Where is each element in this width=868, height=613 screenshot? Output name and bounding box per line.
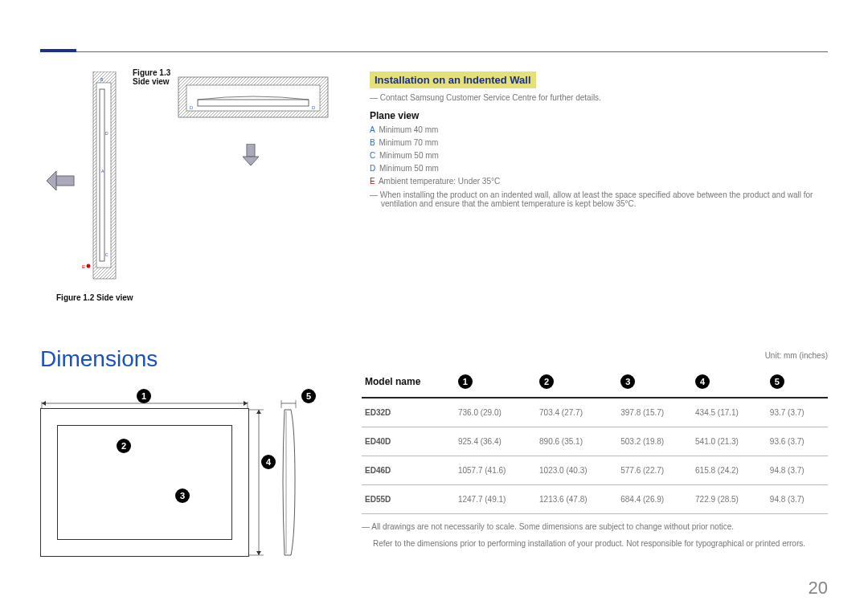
spec-a-val: Minimum 40 mm	[379, 125, 438, 134]
c2-cell: 1023.0 (40.3)	[536, 456, 617, 485]
spec-e: E Ambient temperature: Under 35°C	[370, 177, 828, 186]
svg-text:E: E	[82, 264, 85, 269]
model-name-header: Model name	[362, 366, 455, 398]
c3-cell: 397.8 (15.7)	[617, 398, 692, 427]
col-header-2: 2	[539, 374, 554, 389]
figure-side-view-group: Figure 1.3 Side view B D A C E	[40, 72, 177, 302]
dimensions-title: Dimensions	[40, 346, 362, 372]
col-header-5: 5	[770, 374, 784, 389]
c1-cell: 736.0 (29.0)	[455, 398, 536, 427]
svg-rect-9	[56, 176, 74, 186]
c1-cell: 1247.7 (49.1)	[455, 485, 536, 514]
dimensions-table-column: Unit: mm (inches) Model name 1 2 3 4 5 E…	[362, 346, 828, 577]
front-outline	[40, 408, 249, 557]
c2-cell: 890.6 (35.1)	[536, 427, 617, 456]
spec-d-key: D	[370, 164, 375, 173]
model-cell: ED40D	[362, 427, 455, 456]
dim-marker-5: 5	[301, 389, 316, 403]
figure-1-2-caption: Figure 1.2 Side view	[56, 293, 177, 302]
c4-cell: 434.5 (17.1)	[692, 398, 767, 427]
svg-point-7	[87, 264, 91, 268]
model-cell: ED55D	[362, 485, 455, 514]
spec-c-key: C	[370, 151, 375, 160]
table-header-row: Model name 1 2 3 4 5	[362, 366, 828, 398]
spec-a-key: A	[370, 125, 375, 134]
c2-cell: 703.4 (27.7)	[536, 398, 617, 427]
accent-bar	[40, 49, 76, 52]
plan-view-svg: D D	[177, 72, 330, 136]
spec-b: B Minimum 70 mm	[370, 138, 828, 147]
footnote-2: Refer to the dimensions prior to perform…	[362, 539, 828, 548]
arrow-left-icon	[45, 168, 77, 194]
svg-text:D: D	[105, 131, 108, 136]
svg-text:D: D	[312, 105, 316, 110]
figure-plan-view-group: D D	[177, 72, 362, 302]
c1-cell: 925.4 (36.4)	[455, 427, 536, 456]
dim-marker-3: 3	[175, 488, 190, 503]
table-row: ED32D736.0 (29.0)703.4 (27.7)397.8 (15.7…	[362, 398, 828, 427]
page-top-rule	[40, 51, 828, 52]
table-row: ED46D1057.7 (41.6)1023.0 (40.3)577.6 (22…	[362, 456, 828, 485]
c5-cell: 94.8 (3.7)	[767, 485, 828, 514]
contact-note: ― Contact Samsung Customer Service Centr…	[370, 93, 828, 102]
side-view-1-svg: B D A C E	[82, 72, 122, 280]
spec-b-val: Minimum 70 mm	[379, 138, 438, 147]
spec-e-key: E	[370, 177, 375, 186]
installation-text-column: Installation on an Indented Wall ― Conta…	[362, 72, 828, 302]
c3-cell: 503.2 (19.8)	[617, 427, 692, 456]
svg-rect-11	[186, 85, 320, 111]
model-cell: ED46D	[362, 456, 455, 485]
table-row: ED55D1247.7 (49.1)1213.6 (47.8)684.4 (26…	[362, 485, 828, 514]
spec-b-key: B	[370, 138, 375, 147]
footnote-1: ― All drawings are not necessarily to sc…	[362, 522, 828, 531]
dim-marker-2: 2	[117, 439, 131, 453]
dimensions-table: Model name 1 2 3 4 5 ED32D736.0 (29.0)70…	[362, 366, 828, 514]
dimensions-diagram: 1 2 3 4 5	[40, 400, 297, 577]
col-header-1: 1	[458, 374, 473, 389]
spec-d: D Minimum 50 mm	[370, 164, 828, 173]
c4-cell: 722.9 (28.5)	[692, 485, 767, 514]
install-note: ― When installing the product on an inde…	[370, 190, 828, 208]
spec-c-val: Minimum 50 mm	[379, 151, 439, 160]
c3-cell: 577.6 (22.7)	[617, 456, 692, 485]
svg-text:C: C	[105, 252, 108, 257]
col-header-3: 3	[620, 374, 635, 389]
screen-outline	[57, 425, 232, 540]
svg-text:D: D	[190, 105, 194, 110]
svg-rect-12	[198, 100, 309, 106]
spec-d-val: Minimum 50 mm	[379, 164, 439, 173]
plane-view-heading: Plane view	[370, 110, 828, 121]
spec-c: C Minimum 50 mm	[370, 151, 828, 160]
c4-cell: 541.0 (21.3)	[692, 427, 767, 456]
dim-marker-1: 1	[137, 389, 151, 403]
spec-e-val: Ambient temperature: Under 35°C	[379, 177, 500, 186]
model-cell: ED32D	[362, 398, 455, 427]
c3-cell: 684.4 (26.9)	[617, 485, 692, 514]
c4-cell: 615.8 (24.2)	[692, 456, 767, 485]
col-header-4: 4	[695, 374, 710, 389]
c5-cell: 93.7 (3.7)	[767, 398, 828, 427]
installation-heading: Installation on an Indented Wall	[370, 72, 536, 88]
c2-cell: 1213.6 (47.8)	[536, 485, 617, 514]
dimensions-figure-column: Dimensions	[40, 346, 362, 577]
figure-1-3: Figure 1.3 Side view B D A C E	[40, 72, 177, 288]
c5-cell: 93.6 (3.7)	[767, 427, 828, 456]
unit-label: Unit: mm (inches)	[362, 351, 828, 360]
dim-marker-4: 4	[261, 455, 276, 469]
c5-cell: 94.8 (3.7)	[767, 456, 828, 485]
c1-cell: 1057.7 (41.6)	[455, 456, 536, 485]
spec-a: A Minimum 40 mm	[370, 125, 828, 134]
page-number: 20	[809, 578, 828, 599]
table-row: ED40D925.4 (36.4)890.6 (35.1)503.2 (19.8…	[362, 427, 828, 456]
svg-rect-2	[100, 89, 104, 261]
svg-rect-15	[247, 144, 255, 157]
arrow-down-icon	[241, 144, 260, 166]
